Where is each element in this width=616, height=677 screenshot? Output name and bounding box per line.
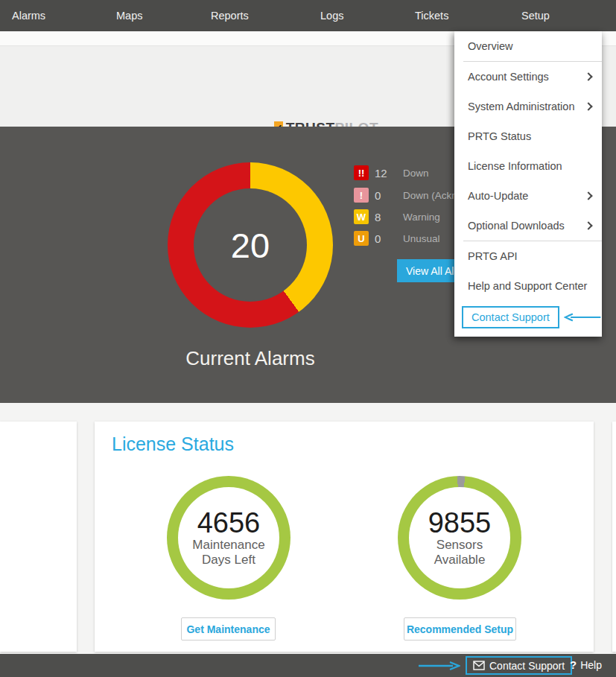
warning-label: Warning — [403, 212, 440, 223]
sensors-available-label1: Sensors — [436, 538, 483, 553]
menu-contact-support-row: Contact Support — [454, 301, 602, 334]
legend-row-warning: W 8 Warning — [354, 209, 440, 224]
down-ack-status-icon: ! — [354, 188, 369, 203]
current-alarms-donut-chart: 20 — [168, 162, 333, 328]
view-all-alarms-button[interactable]: View All Al — [397, 259, 463, 282]
warning-status-icon: W — [354, 209, 369, 224]
menu-item-optional-downloads[interactable]: Optional Downloads — [454, 211, 602, 241]
nav-item-logs[interactable]: Logs — [320, 10, 343, 22]
sensors-available-gauge: 9855 Sensors Available — [398, 476, 521, 600]
legend-row-unusual: U 0 Unusual — [354, 231, 440, 246]
chevron-right-icon — [584, 221, 592, 229]
menu-item-label: Overview — [468, 40, 512, 52]
contact-support-footer-button[interactable]: Contact Support — [466, 656, 572, 675]
menu-item-license-information[interactable]: License Information — [454, 151, 602, 181]
top-navigation: Alarms Maps Reports Logs Tickets Setup — [0, 0, 616, 31]
sensors-available-value: 9855 — [428, 508, 492, 538]
unusual-count: 0 — [375, 232, 403, 245]
nav-item-maps[interactable]: Maps — [116, 10, 142, 22]
maintenance-days-value: 4656 — [197, 508, 261, 538]
down-count: 12 — [375, 167, 403, 179]
alarms-caption: Current Alarms — [145, 347, 356, 370]
menu-item-prtg-api[interactable]: PRTG API — [454, 241, 602, 271]
nav-item-alarms[interactable]: Alarms — [12, 10, 45, 22]
arrow-left-annotation — [564, 312, 602, 322]
unusual-label: Unusual — [403, 233, 440, 244]
menu-item-label: System Administration — [468, 101, 574, 112]
setup-dropdown-menu: Overview Account Settings System Adminis… — [454, 31, 602, 337]
menu-item-label: Help and Support Center — [468, 280, 587, 292]
donut-center: 20 — [194, 188, 307, 302]
down-label: Down — [403, 168, 429, 179]
menu-item-overview[interactable]: Overview — [454, 31, 602, 61]
down-status-icon: !! — [354, 165, 369, 180]
chevron-right-icon — [584, 102, 592, 110]
help-label: Help — [580, 659, 602, 671]
nav-item-tickets[interactable]: Tickets — [415, 10, 448, 22]
left-card-edge — [0, 422, 77, 652]
nav-item-setup[interactable]: Setup — [521, 10, 550, 22]
menu-item-prtg-status[interactable]: PRTG Status — [454, 121, 602, 151]
chevron-right-icon — [584, 191, 592, 200]
right-card-edge — [612, 422, 616, 652]
menu-item-help-and-support-center[interactable]: Help and Support Center — [454, 271, 602, 301]
alarms-total-value: 20 — [231, 225, 270, 266]
menu-item-label: Auto-Update — [468, 190, 528, 202]
legend-row-down: !! 12 Down — [354, 165, 429, 180]
chevron-right-icon — [584, 72, 592, 80]
legend-row-down-ack: ! 0 Down (Ackn — [354, 188, 457, 203]
menu-item-account-settings[interactable]: Account Settings — [454, 62, 602, 92]
footer-bar: Contact Support ? Help — [0, 654, 616, 677]
help-button[interactable]: ? Help — [570, 658, 602, 671]
menu-item-label: License Information — [468, 160, 562, 172]
envelope-icon — [473, 661, 485, 670]
contact-support-footer-label: Contact Support — [489, 660, 565, 672]
arrow-right-annotation — [417, 661, 460, 671]
menu-item-auto-update[interactable]: Auto-Update — [454, 181, 602, 211]
recommended-setup-button[interactable]: Recommended Setup — [404, 617, 516, 641]
down-ack-label: Down (Ackn — [403, 190, 457, 201]
menu-item-contact-support[interactable]: Contact Support — [462, 306, 559, 328]
menu-item-label: PRTG Status — [468, 130, 531, 142]
warning-count: 8 — [375, 211, 403, 223]
get-maintenance-button[interactable]: Get Maintenance — [181, 617, 276, 641]
menu-item-system-administration[interactable]: System Administration — [454, 92, 602, 121]
menu-item-label: PRTG API — [468, 250, 518, 262]
nav-item-reports[interactable]: Reports — [211, 10, 249, 22]
down-ack-count: 0 — [375, 189, 403, 202]
menu-item-label: Account Settings — [468, 71, 549, 83]
maintenance-days-label2: Days Left — [202, 553, 255, 568]
license-status-title: License Status — [112, 433, 234, 455]
license-status-card: License Status 4656 Maintenance Days Lef… — [95, 422, 594, 652]
sensors-available-label2: Available — [434, 553, 486, 568]
help-icon: ? — [570, 658, 577, 671]
maintenance-days-label1: Maintenance — [192, 538, 264, 553]
maintenance-days-gauge: 4656 Maintenance Days Left — [167, 476, 290, 600]
unusual-status-icon: U — [354, 231, 369, 246]
menu-item-label: Optional Downloads — [468, 220, 565, 232]
